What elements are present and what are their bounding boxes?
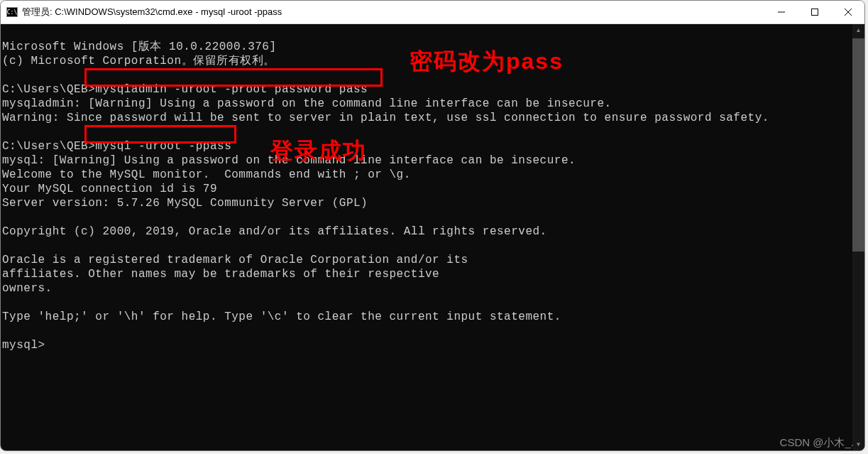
minimize-button[interactable] [764,1,798,23]
output-line: Warning: Since password will be sent to … [2,112,769,124]
window-title: 管理员: C:\WINDOWS\system32\cmd.exe - mysql… [22,6,764,18]
maximize-button[interactable] [798,1,831,23]
minimize-icon [778,9,785,16]
annotation-password-change: 密码改为pass [410,54,564,68]
window-controls [764,1,864,23]
output-line: mysqladmin: [Warning] Using a password o… [2,97,612,110]
mysql-prompt: mysql> [2,339,45,352]
app-icon: C:\ [6,7,18,17]
maximize-icon [811,9,818,16]
output-line: affiliates. Other names may be trademark… [2,268,439,281]
titlebar[interactable]: C:\ 管理员: C:\WINDOWS\system32\cmd.exe - m… [1,1,864,24]
prompt: C:\Users\QEB> [2,83,95,96]
prompt: C:\Users\QEB> [2,140,95,153]
svg-rect-1 [811,9,818,16]
terminal-area: Microsoft Windows [版本 10.0.22000.376] (c… [1,24,864,450]
output-line: Type 'help;' or '\h' for help. Type '\c'… [2,310,561,323]
output-line: Welcome to the MySQL monitor. Commands e… [2,168,411,181]
watermark: CSDN @小木_. [780,436,854,450]
output-line: Oracle is a registered trademark of Orac… [2,254,468,266]
scrollbar[interactable]: ▲ ▼ [852,24,864,450]
command-text: mysql -uroot -ppass [95,140,231,153]
scrollbar-thumb[interactable] [852,38,864,252]
output-line: mysql: [Warning] Using a password on the… [2,154,576,167]
close-icon [845,9,852,16]
output-line: (c) Microsoft Corporation。保留所有权利。 [2,55,275,67]
scroll-down-icon[interactable]: ▼ [852,438,864,450]
command-text: mysqladmin -uroot -proot password pass [95,83,368,96]
output-line: Server version: 5.7.26 MySQL Community S… [2,197,368,210]
close-button[interactable] [831,1,864,23]
scroll-up-icon[interactable]: ▲ [852,24,864,36]
output-line: Your MySQL connection id is 79 [2,183,217,195]
output-line: owners. [2,282,53,295]
terminal-window: C:\ 管理员: C:\WINDOWS\system32\cmd.exe - m… [0,0,865,451]
output-line: Copyright (c) 2000, 2019, Oracle and/or … [2,225,547,238]
output-line: Microsoft Windows [版本 10.0.22000.376] [2,40,277,53]
terminal-content[interactable]: Microsoft Windows [版本 10.0.22000.376] (c… [1,24,852,450]
